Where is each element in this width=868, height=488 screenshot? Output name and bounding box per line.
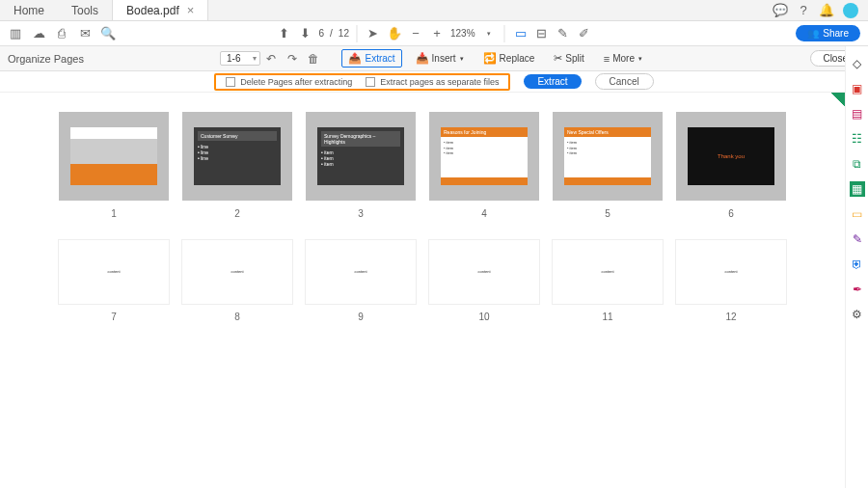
rotate-cw-icon[interactable]: ↷ [285, 52, 299, 66]
extract-button[interactable]: Extract [524, 74, 581, 89]
more-tool[interactable]: ≡ More ▾ [598, 51, 648, 67]
page-thumb[interactable]: content 11 [553, 240, 663, 322]
page-up-icon[interactable]: ⬆ [276, 26, 291, 41]
more-icon: ≡ [604, 53, 610, 65]
separate-files-checkbox[interactable]: Extract pages as separate files [366, 77, 499, 87]
hand-icon[interactable]: ✋ [387, 26, 402, 41]
replace-label: Replace [500, 53, 535, 64]
chat-icon[interactable]: 💬 [773, 4, 787, 17]
tab-document-label: Bodea.pdf [126, 4, 179, 17]
protect-icon[interactable]: ⛨ [850, 257, 865, 272]
more-tools-icon[interactable]: ⚙ [850, 307, 865, 322]
share-icon: 👥 [807, 28, 819, 39]
slide-title: Survey Demographics – Highlights [321, 131, 400, 147]
select-icon[interactable]: ➤ [366, 26, 381, 41]
page-thumb[interactable]: Thank you 6 [676, 112, 786, 219]
zoom-out-icon[interactable]: − [408, 26, 423, 41]
page-number: 1 [111, 208, 117, 219]
page-down-icon[interactable]: ⬇ [297, 26, 312, 41]
page-current[interactable]: 6 [318, 28, 324, 39]
page-thumb[interactable]: 1 [59, 112, 169, 219]
export-icon[interactable]: ☷ [850, 131, 865, 147]
page-thumb[interactable]: Survey Demographics – Highlights• item• … [306, 112, 416, 219]
page-number: 2 [234, 208, 240, 219]
chevron-down-icon[interactable]: ▾ [481, 26, 497, 41]
page-thumb[interactable]: content 7 [59, 240, 169, 322]
page-thumb[interactable]: content 10 [429, 240, 539, 322]
fill-sign-icon[interactable]: ✎ [850, 231, 865, 247]
search-icon[interactable]: 🔍 [100, 26, 116, 41]
page-thumb[interactable]: content 12 [676, 240, 786, 322]
mail-icon[interactable]: ✉ [77, 26, 93, 41]
create-icon[interactable]: ▤ [850, 106, 865, 122]
extract-icon: 📤 [348, 52, 362, 65]
page-number: 9 [358, 312, 364, 322]
highlight-icon[interactable]: ✐ [577, 26, 592, 41]
page-number: 5 [605, 208, 610, 219]
checkbox-icon [366, 77, 375, 87]
zoom-level[interactable]: 123% [450, 28, 475, 39]
split-icon: ✂ [554, 52, 562, 65]
replace-tool[interactable]: 🔁 Replace [477, 50, 541, 67]
cancel-button[interactable]: Cancel [595, 73, 654, 90]
create-pdf-icon[interactable]: ◇ [850, 56, 865, 71]
page-thumb[interactable]: Customer Survey• line• line• line 2 [182, 112, 292, 219]
delete-after-label: Delete Pages after extracting [240, 77, 352, 87]
page-number: 12 [725, 312, 736, 322]
help-icon[interactable]: ? [797, 4, 810, 17]
page-number: 11 [602, 312, 612, 322]
main-toolbar: ▥ ☁ ⎙ ✉ 🔍 ⬆ ⬇ 6 / 12 ➤ ✋ − + 123% ▾ ▭ ⊟ … [0, 21, 868, 46]
tab-tools[interactable]: Tools [58, 0, 112, 20]
insert-label: Insert [432, 53, 456, 64]
extract-tool[interactable]: 📤 Extract [341, 49, 401, 68]
split-tool[interactable]: ✂ Split [548, 50, 589, 67]
insert-tool[interactable]: 📥 Insert ▾ [410, 50, 470, 67]
page-thumb[interactable]: content 9 [306, 240, 416, 322]
sign-icon[interactable]: ✒ [850, 282, 865, 297]
rotate-ccw-icon[interactable]: ↶ [264, 52, 278, 66]
organize-toolbar: Organize Pages 1-6 ▾ ↶ ↷ 🗑 📤 Extract 📥 I… [0, 46, 868, 71]
checkbox-icon [226, 77, 235, 87]
cloud-icon[interactable]: ☁ [31, 26, 46, 41]
page-number: 6 [728, 208, 734, 219]
delete-after-checkbox[interactable]: Delete Pages after extracting [226, 77, 352, 87]
replace-icon: 🔁 [483, 52, 497, 65]
close-icon[interactable]: × [187, 3, 195, 17]
page-thumb[interactable]: Reasons for Joining• item• item• item 4 [429, 112, 539, 219]
read-mode-icon[interactable]: ⊟ [534, 26, 550, 41]
combine-icon[interactable]: ⧉ [850, 156, 865, 172]
fit-width-icon[interactable]: ▭ [513, 26, 529, 41]
extract-options-highlight: Delete Pages after extracting Extract pa… [214, 73, 510, 91]
chevron-down-icon: ▾ [638, 55, 642, 63]
chevron-down-icon[interactable]: ▾ [253, 54, 257, 63]
separate-files-label: Extract pages as separate files [380, 77, 499, 87]
avatar[interactable] [843, 3, 858, 18]
bell-icon[interactable]: 🔔 [820, 4, 833, 17]
page-thumb[interactable]: content 8 [182, 240, 292, 322]
tab-home[interactable]: Home [0, 0, 58, 20]
share-button[interactable]: 👥 Share [796, 25, 860, 41]
thumbnail-grid: 1 Customer Survey• line• line• line 2 Su… [0, 93, 845, 488]
insert-icon: 📥 [416, 52, 429, 65]
trash-icon[interactable]: 🗑 [307, 52, 320, 66]
page-number: 7 [111, 312, 117, 322]
page-thumb[interactable]: New Special Offers• item• item• item 5 [553, 112, 663, 219]
more-label: More [612, 53, 635, 64]
slide-title: Customer Survey [198, 131, 277, 141]
page-number: 8 [234, 312, 240, 322]
split-label: Split [565, 53, 583, 64]
comment-icon[interactable]: ▭ [850, 206, 865, 222]
sidebar-icon[interactable]: ▥ [8, 26, 23, 41]
chevron-down-icon: ▾ [460, 55, 464, 63]
tab-document[interactable]: Bodea.pdf × [112, 0, 208, 20]
annotate-icon[interactable]: ✎ [556, 26, 571, 41]
organize-icon[interactable]: ▦ [850, 181, 865, 197]
slide-title: New Special Offers [564, 127, 651, 137]
extract-label: Extract [365, 53, 394, 64]
page-total: 12 [339, 28, 349, 39]
page-sep: / [330, 28, 333, 39]
edit-pdf-icon[interactable]: ▣ [850, 81, 865, 96]
print-icon[interactable]: ⎙ [54, 26, 69, 41]
document-tabs: Home Tools Bodea.pdf × 💬 ? 🔔 [0, 0, 868, 21]
zoom-in-icon[interactable]: + [429, 26, 445, 41]
